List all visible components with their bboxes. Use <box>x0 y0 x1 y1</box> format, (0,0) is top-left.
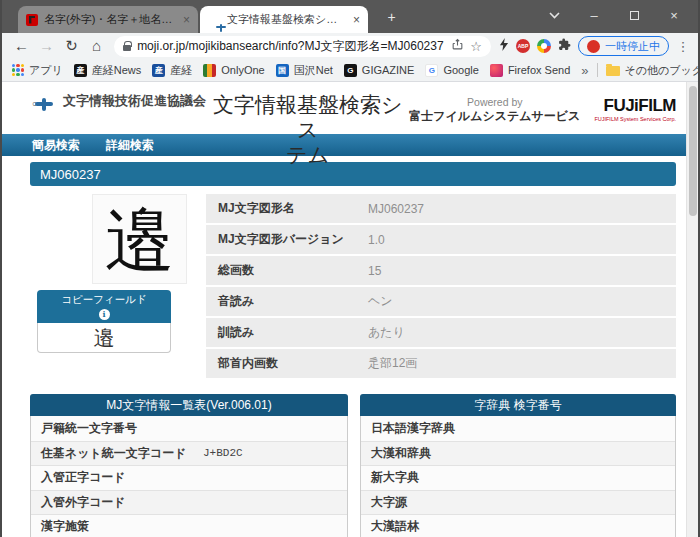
page-scrollbar[interactable] <box>686 82 698 537</box>
mj-info-table-title: MJ文字情報一覧表(Ver.006.01) <box>30 394 348 416</box>
reload-icon[interactable]: ↻ <box>60 34 83 58</box>
table-row: 住基ネット統一文字コード J+BD2C <box>31 441 347 466</box>
table-row: 大字源 <box>361 490 675 515</box>
chrome-menu-chevron-icon[interactable] <box>534 0 574 30</box>
apps-grid-icon <box>12 64 24 76</box>
bookmark-firefox-send[interactable]: Firefox Send <box>490 64 570 77</box>
table-row: 入管外字コード <box>31 490 347 515</box>
window-controls: – × <box>534 0 694 30</box>
dictionary-table: 字辞典 検字番号 日本語漢字辞典 大漢和辞典 新大字典 <box>360 394 676 537</box>
table-row: 大漢語林 <box>361 514 675 537</box>
glyph-image: 邉 <box>92 194 187 284</box>
table-row: 漢字施策 <box>31 514 347 537</box>
bookmarks-overflow-icon[interactable]: » <box>581 63 588 78</box>
table-row: 訓読み あたり <box>206 318 676 349</box>
code-tables: MJ文字情報一覧表(Ver.006.01) 戸籍統一文字番号 住基ネット統一文字… <box>30 394 676 537</box>
close-button[interactable]: × <box>654 0 694 30</box>
citpc-logo-icon: CITPC <box>30 92 54 110</box>
maximize-button[interactable] <box>614 0 654 30</box>
table-row: 日本語漢字辞典 <box>361 416 675 441</box>
new-tab-button[interactable]: + <box>382 8 401 27</box>
tab-mojikiban-search[interactable]: 文字情報基盤検索システム × <box>200 6 368 33</box>
table-row: 入管正字コード <box>31 465 347 490</box>
tab-close-icon[interactable]: × <box>183 13 190 27</box>
glyph-detail-table: MJ文字図形名 MJ060237 MJ文字図形バージョン 1.0 総画数 15 … <box>206 194 676 380</box>
address-bar[interactable]: moji.or.jp/mojikibansearch/info?MJ文字図形名=… <box>114 36 491 57</box>
table-row: 戸籍統一文字番号 <box>31 416 347 441</box>
table-row: 新大字典 <box>361 465 675 490</box>
table-row: MJ文字図形バージョン 1.0 <box>206 225 676 256</box>
home-icon[interactable]: ⌂ <box>85 34 108 58</box>
forward-icon[interactable]: → <box>35 34 58 58</box>
myoji-site-favicon <box>26 14 38 26</box>
extension-paused-badge[interactable]: 一時停止中 <box>578 36 669 56</box>
tab-label: 名字(外字)・名字＋地名辞書総合 <box>44 12 177 27</box>
kunisawa-favicon: 国 <box>276 64 289 77</box>
bookmark-sankei-news[interactable]: 産 産経News <box>74 63 142 78</box>
bookmark-apps[interactable]: アプリ <box>12 63 63 78</box>
info-icon[interactable]: i <box>99 309 110 320</box>
other-bookmarks-button[interactable]: その他のブックマーク <box>606 63 699 78</box>
back-icon[interactable]: ← <box>10 34 33 58</box>
extensions-puzzle-icon[interactable] <box>558 37 571 55</box>
browser-window: 名字(外字)・名字＋地名辞書総合 × 文字情報基盤検索システム × + – × <box>0 0 700 537</box>
bookmarks-bar: アプリ 産 産経News 産 産経 OnlyOne 国 国沢Net G GIGA… <box>2 59 698 82</box>
folder-icon <box>606 66 620 76</box>
table-row: MJ文字図形名 MJ060237 <box>206 194 676 225</box>
table-row: 音読み ヘン <box>206 287 676 318</box>
nav-simple-search[interactable]: 簡易検索 <box>32 137 80 154</box>
bookmark-gigazine[interactable]: G GIGAZINE <box>344 64 415 77</box>
google-favicon: G <box>425 64 438 77</box>
dictionary-table-title: 字辞典 検字番号 <box>360 394 676 416</box>
paused-extension-icon <box>587 40 600 53</box>
adblock-extension-icon[interactable]: ABP <box>516 39 530 53</box>
citpc-brand[interactable]: CITPC 文字情報技術促進協議会 <box>30 92 206 110</box>
sankei-news-favicon: 産 <box>74 64 87 77</box>
bookmark-google[interactable]: G Google <box>425 64 478 77</box>
mj-info-table: MJ文字情報一覧表(Ver.006.01) 戸籍統一文字番号 住基ネット統一文字… <box>30 394 348 537</box>
site-header: CITPC 文字情報技術促進協議会 文字情報基盤検索シス テム Powered … <box>2 82 686 134</box>
onlyone-favicon <box>203 64 216 77</box>
table-row: 総画数 15 <box>206 256 676 287</box>
table-row: 部首内画数 辵部12画 <box>206 349 676 380</box>
minimize-button[interactable]: – <box>574 0 614 30</box>
url-text[interactable]: moji.or.jp/mojikibansearch/info?MJ文字図形名=… <box>137 38 445 55</box>
bookmarks-bar-right: » その他のブックマーク リーディング リスト <box>581 63 698 78</box>
extension-icons: ABP 一時停止中 ⋮ <box>499 36 690 56</box>
firefox-send-favicon <box>490 64 503 77</box>
content-area: MJ060237 邉 コピーフィールド i 邉 MJ文字図形名 MJ060237 <box>2 156 686 537</box>
glyph-column: 邉 コピーフィールド i 邉 <box>30 194 196 380</box>
bookmark-kunisawa-net[interactable]: 国 国沢Net <box>276 63 333 78</box>
share-icon[interactable] <box>451 37 464 55</box>
paused-badge-label: 一時停止中 <box>605 39 660 54</box>
gigazine-favicon: G <box>344 64 357 77</box>
tab-myoji-dictionary[interactable]: 名字(外字)・名字＋地名辞書総合 × <box>18 6 198 33</box>
bookmark-sankei[interactable]: 産 産経 <box>152 63 192 78</box>
tab-strip: 名字(外字)・名字＋地名辞書総合 × 文字情報基盤検索システム × + – × <box>2 0 698 33</box>
scrollbar-thumb[interactable] <box>689 86 697 216</box>
nav-detail-search[interactable]: 詳細検索 <box>106 137 154 154</box>
dictionary-column: 字辞典 検字番号 日本語漢字辞典 大漢和辞典 新大字典 <box>360 394 676 537</box>
table-row: 大漢和辞典 <box>361 441 675 466</box>
powered-by: Powered by 富士フイルムシステムサービス <box>409 96 580 125</box>
bookmark-onlyone[interactable]: OnlyOne <box>203 64 264 77</box>
web-page: CITPC 文字情報技術促進協議会 文字情報基盤検索シス テム Powered … <box>2 82 698 537</box>
copy-field-value[interactable]: 邉 <box>37 323 171 353</box>
glyph-and-details: 邉 コピーフィールド i 邉 MJ文字図形名 MJ060237 MJ文字図形バー… <box>30 194 676 380</box>
tab-close-icon[interactable]: × <box>353 13 360 27</box>
browser-menu-icon[interactable]: ⋮ <box>676 39 690 54</box>
fujifilm-logo: FUJiFILM FUJIFILM System Services Corp. <box>594 96 676 122</box>
bolt-extension-icon[interactable] <box>499 37 509 55</box>
copy-field-button[interactable]: コピーフィールド i <box>37 290 171 323</box>
divider <box>597 63 598 77</box>
colorwheel-extension-icon[interactable] <box>537 39 551 53</box>
browser-toolbar: ← → ↻ ⌂ moji.or.jp/mojikibansearch/info?… <box>2 33 698 59</box>
sankei-favicon: 産 <box>152 64 165 77</box>
org-name: 文字情報技術促進協議会 <box>63 92 206 110</box>
lock-icon[interactable] <box>123 45 131 51</box>
bookmark-star-icon[interactable]: ☆ <box>470 39 482 54</box>
tab-label: 文字情報基盤検索システム <box>227 12 347 27</box>
page-title: 文字情報基盤検索シス テム <box>206 92 409 168</box>
